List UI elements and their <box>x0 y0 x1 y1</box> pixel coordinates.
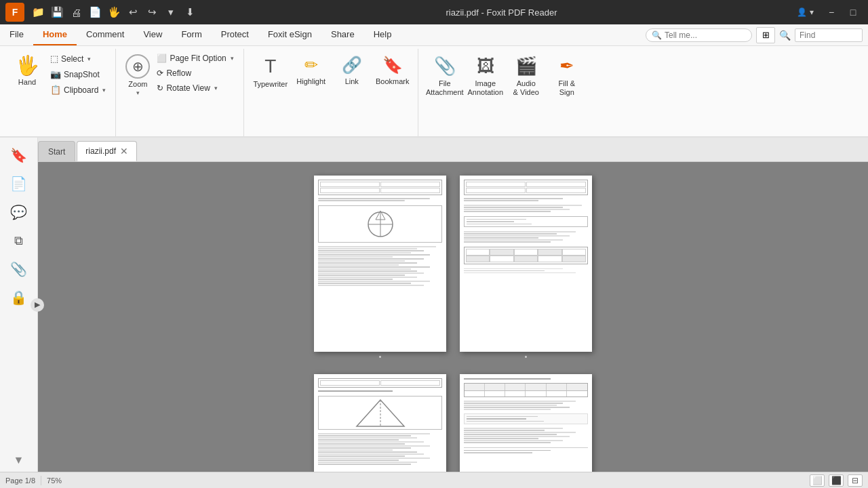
tabs-bar: Start riazii.pdf ✕ <box>0 138 868 162</box>
image-annotation-tool[interactable]: 🖼 ImageAnnotation <box>466 52 505 98</box>
reflow-icon: ⟳ <box>157 68 163 78</box>
file-attachment-icon: 📎 <box>434 56 456 77</box>
tab-home[interactable]: Home <box>33 24 77 45</box>
app-logo: F <box>5 3 24 22</box>
toolbar: 🖐 Hand ⬚ Select ▾ 📷 SnapShot 📋 Clipboard… <box>0 46 868 138</box>
highlight-tool[interactable]: ✏ Highlight <box>292 52 331 87</box>
tell-me-input[interactable] <box>665 30 746 40</box>
image-annotation-label: ImageAnnotation <box>467 79 503 97</box>
tab-form[interactable]: Form <box>172 24 211 45</box>
snapshot-icon: 📷 <box>50 69 61 79</box>
fill-sign-icon: ✒ <box>559 56 574 77</box>
find-icon: 🔍 <box>779 30 791 41</box>
page-info: Page 1/8 <box>5 476 35 485</box>
sidebar-item-bookmark[interactable]: 🔖 <box>5 142 33 169</box>
basic-group-label <box>3 131 115 134</box>
tab-start-label: Start <box>48 147 65 157</box>
reflow-btn[interactable]: ⟳ Reflow <box>153 66 237 80</box>
pdf-page-2[interactable]: • <box>460 176 592 361</box>
redo-btn[interactable]: ↪ <box>144 4 160 20</box>
link-tool[interactable]: 🔗 Link <box>332 52 372 87</box>
view-single-btn[interactable]: ⬜ <box>810 474 825 487</box>
minimize-btn[interactable]: − <box>822 5 841 19</box>
typewriter-tool[interactable]: T Typewriter <box>251 52 290 90</box>
tab-share[interactable]: Share <box>321 24 364 45</box>
hand-tool[interactable]: 🖐 Hand <box>8 52 46 89</box>
status-right: ⬜ ⬛ ⊟ <box>810 474 863 487</box>
open-btn[interactable]: 📁 <box>30 4 46 20</box>
bookmark-icon: 🔖 <box>382 56 403 75</box>
page-fit-btn[interactable]: ⬜ Page Fit Option ▾ <box>153 52 237 65</box>
file-attachment-tool[interactable]: 📎 FileAttachment <box>425 52 465 98</box>
find-input[interactable] <box>795 28 863 42</box>
window-controls: − □ <box>822 5 863 19</box>
page-num-2: • <box>460 353 592 361</box>
save-btn[interactable]: 💾 <box>49 4 65 20</box>
toolbar-group-basic: 🖐 Hand ⬚ Select ▾ 📷 SnapShot 📋 Clipboard… <box>3 49 116 136</box>
undo-btn[interactable]: ↩ <box>125 4 141 20</box>
clipboard-label: Clipboard <box>64 85 98 95</box>
typewriter-icon: T <box>264 56 276 77</box>
audio-video-tool[interactable]: 🎬 Audio& Video <box>507 52 546 98</box>
select-tool[interactable]: ⬚ Select ▾ <box>46 52 110 66</box>
zoom-circle[interactable]: ⊕ <box>125 54 150 79</box>
maximize-btn[interactable]: □ <box>844 5 863 19</box>
toolbar-group-insert: 📎 FileAttachment 🖼 ImageAnnotation 🎬 Aud… <box>420 49 592 136</box>
image-annotation-icon: 🖼 <box>477 56 494 77</box>
tab-foxit-esign[interactable]: Foxit eSign <box>258 24 321 45</box>
bookmark-tool[interactable]: 🔖 Bookmark <box>373 52 412 87</box>
sidebar-item-security[interactable]: 🔒 <box>5 284 33 311</box>
view-continuous-btn[interactable]: ⬛ <box>829 474 844 487</box>
tab-comment[interactable]: Comment <box>77 24 134 45</box>
clipboard-tool[interactable]: 📋 Clipboard ▾ <box>46 83 110 97</box>
pdf-page-4[interactable]: • <box>460 374 592 472</box>
toolbar-group-zoom: ⊕ Zoom ▾ ⬜ Page Fit Option ▾ ⟳ Reflow ↻ … <box>117 49 243 136</box>
select-icon: ⬚ <box>50 54 58 64</box>
sidebar-item-comment[interactable]: 💬 <box>5 199 33 226</box>
hand-tool-btn[interactable]: 🖐 <box>106 4 122 20</box>
tell-me-search[interactable]: 🔍 <box>646 28 752 42</box>
tab-close-icon[interactable]: ✕ <box>120 146 128 157</box>
sidebar-item-attachment[interactable]: 📎 <box>5 256 33 283</box>
select-label: Select <box>61 54 83 64</box>
select-tools: ⬚ Select ▾ 📷 SnapShot 📋 Clipboard ▾ <box>46 52 110 97</box>
pdf-page-1[interactable]: • <box>314 176 446 361</box>
search-icon: 🔍 <box>652 30 662 40</box>
rotate-view-label: Rotate View <box>166 83 210 93</box>
tab-file[interactable]: File <box>0 24 33 45</box>
zoom-level: 75% <box>47 476 62 485</box>
audio-video-icon: 🎬 <box>515 56 537 77</box>
customize-btn[interactable]: ⬇ <box>182 4 198 20</box>
view-two-page-btn[interactable]: ⊟ <box>848 474 863 487</box>
zoom-arrow: ▾ <box>136 89 140 96</box>
print-btn[interactable]: 🖨 <box>68 4 84 20</box>
titlebar: F 📁 💾 🖨 📄 🖐 ↩ ↪ ▾ ⬇ riazii.pdf - Foxit P… <box>0 0 868 24</box>
tab-protect[interactable]: Protect <box>212 24 258 45</box>
new-btn[interactable]: 📄 <box>87 4 103 20</box>
highlight-label: Highlight <box>296 77 326 86</box>
sidebar-expand-btn[interactable]: ▶ <box>31 298 44 312</box>
sidebar-item-pages[interactable]: 📄 <box>5 170 33 197</box>
tab-riazii-label: riazii.pdf <box>85 146 116 156</box>
tab-riazii[interactable]: riazii.pdf ✕ <box>77 141 137 161</box>
zoom-tool[interactable]: ⊕ Zoom ▾ <box>123 52 153 99</box>
status-sep-1 <box>41 476 41 485</box>
layout-toggle-btn[interactable]: ⊞ <box>756 27 775 43</box>
pdf-page-3[interactable]: • <box>314 374 446 472</box>
zoom-label: Zoom <box>128 80 147 88</box>
sidebar-item-layers[interactable]: ⧉ <box>5 227 33 254</box>
rotate-view-btn[interactable]: ↻ Rotate View ▾ <box>153 81 237 95</box>
tab-help[interactable]: Help <box>364 24 401 45</box>
link-icon: 🔗 <box>342 56 362 75</box>
account-area[interactable]: 👤 ▾ <box>797 7 814 17</box>
pages-grid: • <box>314 176 592 458</box>
sidebar: 🔖 📄 💬 ⧉ 📎 🔒 ▼ ▶ <box>0 138 38 472</box>
tab-view[interactable]: View <box>134 24 172 45</box>
tab-start[interactable]: Start <box>38 141 75 161</box>
sidebar-scroll-down[interactable]: ▼ <box>14 454 24 472</box>
snapshot-tool[interactable]: 📷 SnapShot <box>46 67 110 81</box>
account-icon: 👤 <box>797 7 807 17</box>
pdf-page-3-content <box>314 374 446 472</box>
dropdown-btn[interactable]: ▾ <box>163 4 179 20</box>
fill-sign-tool[interactable]: ✒ Fill &Sign <box>547 52 587 98</box>
